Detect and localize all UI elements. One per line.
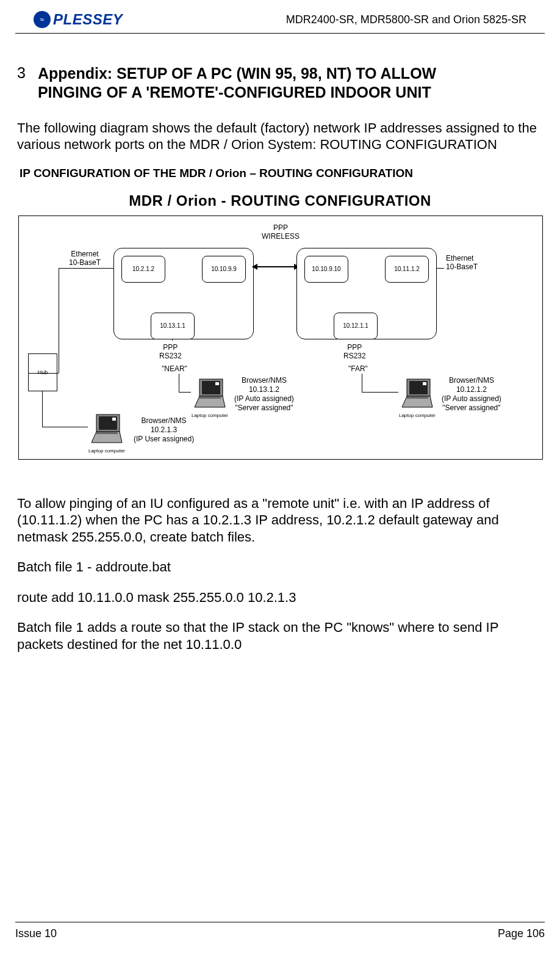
ethernet-label-left: Ethernet10-BaseT [69, 250, 101, 267]
page-number: Page 106 [498, 927, 545, 940]
config-subheading: IP CONFIGURATION OF THE MDR / Orion – RO… [20, 167, 543, 180]
body-p4: Batch file 1 adds a route so that the IP… [17, 619, 543, 653]
router-near: 10.2.1.2 10.10.9.9 10.13.1.1 [113, 248, 254, 339]
ppp-rs232-right: PPPRS232 [343, 343, 366, 361]
serial-line-far-v [362, 374, 362, 392]
hub-laptop-line-v [42, 391, 43, 427]
port-near-wireless: 10.10.9.9 [202, 256, 246, 283]
svg-marker-9 [406, 397, 429, 399]
laptop-far-label: Laptop computer [398, 413, 436, 418]
near-label: "NEAR" [162, 364, 187, 373]
eth-line-right [437, 268, 444, 269]
doc-reference: MDR2400-SR, MDR5800-SR and Orion 5825-SR [286, 13, 526, 26]
body-p3: route add 10.11.0.0 mask 255.255.0.0 10.… [17, 589, 543, 606]
ppp-rs232-left: PPPRS232 [159, 343, 182, 361]
browser-info-hub: Browser/NMS 10.2.1.3 (IP User assigned) [134, 416, 194, 444]
body-p2: Batch file 1 - addroute.bat [17, 559, 543, 576]
l1 [172, 339, 173, 341]
laptop-hub: Laptop computer [88, 413, 126, 454]
ppp-wireless-label: PPPWIRELESS [262, 223, 300, 241]
far-label: "FAR" [348, 364, 368, 373]
laptop-near: Laptop computer [191, 378, 229, 418]
appendix-title: Appendix: SETUP OF A PC (WIN 95, 98, NT)… [38, 64, 436, 103]
body-p1: To allow pinging of an IU configured as … [17, 495, 543, 546]
laptop-icon [398, 378, 436, 410]
logo: ≈ PLESSEY [34, 11, 123, 28]
page-content: 3 Appendix: SETUP OF A PC (WIN 95, 98, N… [0, 34, 560, 653]
svg-rect-12 [112, 418, 116, 421]
router-far: 10.10.9.10 10.11.1.2 10.12.1.1 [296, 248, 437, 339]
page-header: ≈ PLESSEY MDR2400-SR, MDR5800-SR and Ori… [15, 0, 545, 34]
svg-rect-7 [423, 382, 426, 385]
serial-line-far-h [362, 392, 398, 393]
svg-marker-4 [198, 397, 221, 399]
appendix-heading: 3 Appendix: SETUP OF A PC (WIN 95, 98, N… [17, 64, 543, 103]
ethernet-label-right: Ethernet10-BaseT [446, 254, 478, 272]
port-near-serial: 10.13.1.1 [151, 313, 195, 339]
port-far-wireless: 10.10.9.10 [304, 256, 348, 283]
eth-line-left-v [59, 268, 59, 373]
issue-number: Issue 10 [15, 927, 57, 940]
wireless-link-arrow [253, 266, 299, 267]
serial-line-near-h [179, 392, 191, 393]
browser-info-near: Browser/NMS 10.13.1.2 (IP Auto assigned)… [234, 376, 294, 413]
page-footer: Issue 10 Page 106 [15, 922, 545, 940]
hub: Hub [28, 353, 57, 391]
svg-rect-2 [215, 382, 219, 385]
eth-line-left [59, 268, 115, 269]
laptop-far: Laptop computer [398, 378, 436, 418]
logo-text: PLESSEY [53, 11, 123, 28]
svg-marker-14 [95, 432, 118, 434]
routing-diagram: PPPWIRELESS Ethernet10-BaseT Ethernet10-… [18, 215, 543, 460]
hub-laptop-line-h [42, 427, 88, 427]
appendix-number: 3 [17, 64, 26, 103]
laptop-icon [191, 378, 229, 410]
laptop-hub-label: Laptop computer [88, 448, 126, 454]
diagram-title: MDR / Orion - ROUTING CONFIGURATION [17, 192, 543, 209]
logo-icon: ≈ [34, 11, 51, 28]
laptop-icon [88, 413, 126, 445]
port-far-serial: 10.12.1.1 [334, 313, 378, 339]
port-near-eth: 10.2.1.2 [121, 256, 165, 283]
serial-line-near-v [179, 374, 179, 392]
port-far-eth: 10.11.1.2 [385, 256, 429, 283]
intro-paragraph: The following diagram shows the default … [17, 120, 543, 153]
browser-info-far: Browser/NMS 10.12.1.2 (IP Auto assigned)… [442, 376, 501, 413]
laptop-near-label: Laptop computer [191, 413, 229, 418]
hub-line [28, 373, 59, 374]
